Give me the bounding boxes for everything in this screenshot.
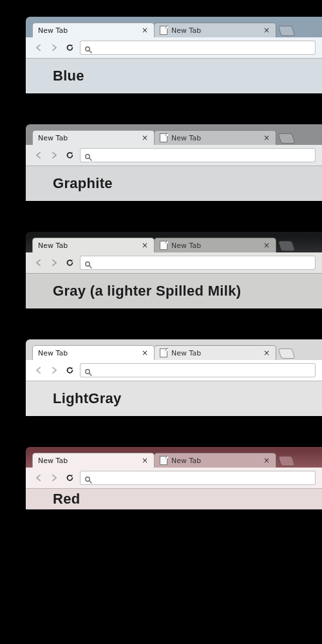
close-icon[interactable]: × [141,349,149,357]
tab-active[interactable]: New Tab× [32,23,155,37]
reload-icon[interactable] [64,150,75,160]
search-icon [84,259,92,267]
search-icon [84,366,92,374]
new-tab-icon[interactable] [278,456,295,466]
close-icon[interactable]: × [141,134,149,142]
browser-window-lightgray: New Tab×New Tab×LightGray [26,339,322,416]
tab-title: New Tab [38,26,137,35]
toolbar [26,37,322,58]
url-input[interactable] [96,473,311,482]
search-icon [84,151,92,159]
close-icon[interactable]: × [141,26,149,34]
tab-inactive[interactable]: New Tab× [154,130,276,145]
page-icon [160,26,167,35]
tab-active[interactable]: New Tab× [32,453,155,468]
theme-label: Graphite [26,166,322,201]
theme-label: LightGray [26,381,322,416]
close-icon[interactable]: × [263,26,270,34]
theme-label-text: LightGray [53,390,122,407]
window-frame [26,232,322,236]
address-bar[interactable] [80,148,316,162]
tab-title: New Tab [171,457,259,465]
tab-strip: New Tab×New Tab× [26,129,322,145]
close-icon[interactable]: × [263,457,270,464]
new-tab-icon[interactable] [278,26,295,36]
forward-icon[interactable] [49,473,59,483]
url-input[interactable] [96,258,311,267]
toolbar [26,468,322,488]
address-bar[interactable] [80,41,316,55]
close-icon[interactable]: × [263,134,270,142]
address-bar[interactable] [80,363,316,377]
tab-title: New Tab [38,349,137,357]
toolbar [26,360,322,381]
forward-icon[interactable] [49,258,59,268]
tab-inactive[interactable]: New Tab× [154,23,276,37]
browser-window-gray: New Tab×New Tab×Gray (a lighter Spilled … [26,232,322,308]
page-icon [160,133,167,142]
tab-title: New Tab [171,242,259,250]
back-icon[interactable] [33,150,44,160]
back-icon[interactable] [33,365,44,375]
theme-label-text: Blue [53,68,84,84]
close-icon[interactable]: × [263,349,270,357]
close-icon[interactable]: × [263,242,270,249]
browser-window-red: New Tab×New Tab×Red [26,447,322,509]
forward-icon[interactable] [49,365,59,375]
close-icon[interactable]: × [141,242,149,249]
theme-label: Blue [26,58,322,93]
theme-label-text: Red [53,491,80,507]
url-input[interactable] [96,366,311,375]
new-tab-icon[interactable] [278,133,295,144]
toolbar [26,252,322,273]
search-icon [84,474,92,482]
theme-label: Gray (a lighter Spilled Milk) [26,273,322,308]
forward-icon[interactable] [49,150,59,160]
tab-title: New Tab [171,349,259,357]
reload-icon[interactable] [64,365,75,375]
tab-active[interactable]: New Tab× [32,238,155,252]
tab-inactive[interactable]: New Tab× [154,453,276,468]
new-tab-icon[interactable] [278,348,295,359]
window-frame [26,124,322,129]
theme-label-text: Gray (a lighter Spilled Milk) [53,283,241,299]
page-icon [160,241,167,250]
back-icon[interactable] [33,43,44,53]
browser-window-blue: New Tab×New Tab×Blue [26,17,322,93]
theme-label: Red [26,488,322,509]
tab-title: New Tab [171,134,259,142]
close-icon[interactable]: × [141,457,149,464]
toolbar [26,145,322,166]
url-input[interactable] [96,151,311,160]
reload-icon[interactable] [64,43,75,53]
reload-icon[interactable] [64,258,75,268]
tab-title: New Tab [38,242,137,250]
search-icon [84,44,92,52]
reload-icon[interactable] [64,473,75,483]
address-bar[interactable] [80,256,316,270]
tab-strip: New Tab×New Tab× [26,451,322,468]
browser-window-graphite: New Tab×New Tab×Graphite [26,124,322,201]
window-frame [26,17,322,21]
page-icon [160,348,167,357]
window-frame [26,339,322,344]
url-input[interactable] [96,43,311,52]
forward-icon[interactable] [49,43,59,53]
tab-strip: New Tab×New Tab× [26,344,322,360]
back-icon[interactable] [33,258,44,268]
address-bar[interactable] [80,471,316,485]
tab-title: New Tab [38,457,137,465]
theme-label-text: Graphite [53,175,113,192]
tab-inactive[interactable]: New Tab× [154,238,276,252]
tab-inactive[interactable]: New Tab× [154,345,276,360]
back-icon[interactable] [33,473,44,483]
window-frame [26,447,322,451]
new-tab-icon[interactable] [278,241,295,251]
page-icon [160,456,167,465]
tab-active[interactable]: New Tab× [32,345,155,360]
tab-title: New Tab [38,134,137,142]
tab-strip: New Tab×New Tab× [26,21,322,37]
tab-active[interactable]: New Tab× [32,130,155,145]
tab-strip: New Tab×New Tab× [26,236,322,252]
tab-title: New Tab [171,26,259,35]
